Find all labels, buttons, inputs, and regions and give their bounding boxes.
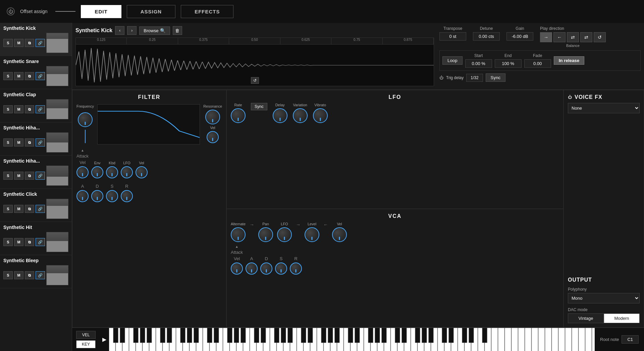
frequency-knob[interactable]: [78, 112, 93, 127]
copy-btn[interactable]: ⧉: [25, 172, 34, 180]
mute-btn[interactable]: M: [14, 39, 23, 47]
pan-knob[interactable]: [258, 227, 273, 242]
solo-btn[interactable]: S: [3, 271, 13, 279]
volume-slider[interactable]: [46, 265, 68, 285]
mute-btn[interactable]: M: [14, 105, 23, 113]
volume-slider[interactable]: [46, 199, 68, 219]
mute-btn[interactable]: M: [14, 205, 23, 213]
vca-r-knob[interactable]: [290, 262, 302, 275]
lfo-sync-btn[interactable]: Sync: [251, 103, 267, 110]
trig-sync-btn[interactable]: Sync: [486, 73, 506, 82]
dac-modern-btn[interactable]: Modern: [604, 313, 640, 323]
in-release-btn[interactable]: In release: [554, 56, 585, 65]
vel-mod-knob[interactable]: [136, 166, 148, 178]
play-arrow-icon[interactable]: ▶: [100, 336, 109, 343]
vca-vel-attack-knob[interactable]: [231, 262, 243, 275]
resonance-knob[interactable]: [205, 110, 220, 124]
start-value[interactable]: 0.00 %: [465, 59, 492, 68]
sidebar-item-clap[interactable]: Synthetic Clap S M ⧉ 🔗: [0, 89, 72, 122]
copy-btn[interactable]: ⧉: [25, 39, 34, 47]
gain-value[interactable]: -6.00 dB: [506, 32, 533, 41]
link-btn[interactable]: 🔗: [36, 72, 45, 80]
link-btn[interactable]: 🔗: [36, 205, 45, 213]
fade-value[interactable]: 0.00: [524, 59, 551, 68]
solo-btn[interactable]: S: [3, 238, 13, 246]
volume-slider[interactable]: [46, 99, 68, 119]
filter-s-knob[interactable]: [106, 190, 118, 202]
rate-knob[interactable]: [231, 108, 246, 123]
volume-slider[interactable]: [46, 66, 68, 86]
tab-effects[interactable]: EFFECTS: [181, 5, 233, 18]
play-reverse-btn[interactable]: ←: [553, 32, 566, 42]
play-pingpong-btn[interactable]: ⇄: [567, 32, 579, 42]
sidebar-item-click[interactable]: Synthetic Click S M ⧉ 🔗: [0, 189, 72, 222]
kbd-knob[interactable]: [106, 166, 118, 178]
volume-slider[interactable]: [46, 166, 68, 186]
key-btn[interactable]: KEY: [76, 340, 96, 348]
play-pingpong2-btn[interactable]: ⇄: [580, 32, 592, 42]
variation-knob[interactable]: [293, 108, 308, 123]
dac-vintage-btn[interactable]: Vintage: [568, 313, 604, 323]
mute-btn[interactable]: M: [14, 172, 23, 180]
mute-btn[interactable]: M: [14, 271, 23, 279]
tab-edit[interactable]: EDIT: [81, 5, 121, 18]
mute-btn[interactable]: M: [14, 238, 23, 246]
link-btn[interactable]: 🔗: [36, 138, 45, 147]
waveform-display[interactable]: ↺: [76, 45, 434, 86]
alternate-knob[interactable]: [231, 227, 246, 242]
link-btn[interactable]: 🔗: [36, 105, 45, 113]
env-knob[interactable]: [91, 166, 103, 178]
solo-btn[interactable]: S: [3, 39, 13, 47]
vel-attack-knob[interactable]: [76, 166, 89, 178]
sidebar-item-snare[interactable]: Synthetic Snare S M ⧉ 🔗: [0, 56, 72, 89]
vca-d-knob[interactable]: [260, 262, 272, 275]
filter-d-knob[interactable]: [91, 190, 103, 202]
filter-a-knob[interactable]: [76, 190, 89, 202]
sidebar-item-bleep[interactable]: Synthetic Bleep S M ⧉ 🔗: [0, 255, 72, 288]
tab-assign[interactable]: ASSIGN: [127, 5, 176, 18]
refresh-btn[interactable]: ↺: [251, 77, 259, 84]
solo-btn[interactable]: S: [3, 205, 13, 213]
prev-sample-btn[interactable]: ‹: [115, 26, 124, 35]
transpose-value[interactable]: 0 st: [439, 32, 466, 41]
solo-btn[interactable]: S: [3, 72, 13, 80]
mute-btn[interactable]: M: [14, 72, 23, 80]
vca-lfo-knob[interactable]: [277, 227, 292, 242]
filter-r-knob[interactable]: [121, 190, 133, 202]
delay-knob[interactable]: [273, 108, 287, 123]
copy-btn[interactable]: ⧉: [25, 271, 34, 279]
browse-btn[interactable]: Browse 🔍: [139, 26, 170, 35]
vel-btn[interactable]: VEL: [76, 331, 96, 339]
volume-slider[interactable]: [46, 132, 68, 153]
detune-value[interactable]: 0.00 cts: [473, 32, 500, 41]
loop-btn[interactable]: Loop: [442, 56, 463, 65]
link-btn[interactable]: 🔗: [36, 39, 45, 47]
link-btn[interactable]: 🔗: [36, 172, 45, 180]
sidebar-item-kick[interactable]: Synthetic Kick S M ⧉ 🔗: [0, 23, 72, 56]
sidebar-item-hihat2[interactable]: Synthetic Hiha... S M ⧉ 🔗: [0, 156, 72, 189]
vibrato-knob[interactable]: [313, 108, 328, 123]
power-button[interactable]: ⏻: [7, 7, 15, 15]
polyphony-select[interactable]: Mono Poly Legato: [568, 293, 640, 303]
link-btn[interactable]: 🔗: [36, 238, 45, 246]
trig-delay-value[interactable]: 1/32: [466, 74, 483, 82]
end-value[interactable]: 100 %: [495, 59, 522, 68]
copy-btn[interactable]: ⧉: [25, 205, 34, 213]
vel-knob[interactable]: [207, 131, 219, 143]
volume-slider[interactable]: [46, 232, 68, 252]
solo-btn[interactable]: S: [3, 105, 13, 113]
copy-btn[interactable]: ⧉: [25, 138, 34, 147]
lfo-mod-knob[interactable]: [121, 166, 133, 178]
next-sample-btn[interactable]: ›: [127, 26, 137, 35]
copy-btn[interactable]: ⧉: [25, 238, 34, 246]
copy-btn[interactable]: ⧉: [25, 105, 34, 113]
level-knob[interactable]: [305, 227, 319, 242]
sidebar-item-hit[interactable]: Synthetic Hit S M ⧉ 🔗: [0, 222, 72, 255]
vel-knob[interactable]: [332, 227, 347, 242]
mute-btn[interactable]: M: [14, 138, 23, 147]
sidebar-item-hihat1[interactable]: Synthetic Hiha... S M ⧉ 🔗: [0, 122, 72, 156]
play-random-btn[interactable]: ↺: [594, 32, 606, 42]
play-forward-btn[interactable]: →: [540, 32, 552, 42]
root-note-value[interactable]: C1: [622, 335, 639, 344]
vca-a-knob[interactable]: [246, 262, 258, 275]
